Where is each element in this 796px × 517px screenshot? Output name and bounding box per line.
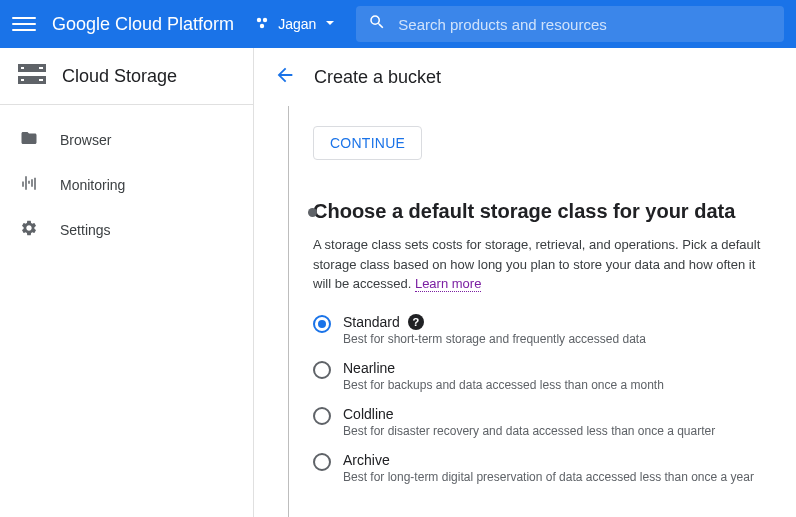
radio-icon — [313, 407, 331, 425]
section-description-text: A storage class sets costs for storage, … — [313, 237, 760, 291]
sidebar-item-settings[interactable]: Settings — [0, 207, 253, 252]
sidebar-item-label: Monitoring — [60, 177, 125, 193]
radio-hint: Best for long-term digital preservation … — [343, 470, 754, 484]
brand-suffix: Cloud Platform — [115, 14, 234, 34]
storage-class-radio-group: Standard ? Best for short-term storage a… — [313, 314, 776, 484]
monitoring-icon — [20, 174, 38, 195]
learn-more-link[interactable]: Learn more — [415, 276, 481, 292]
project-icon — [254, 15, 270, 34]
sidebar-item-label: Browser — [60, 132, 111, 148]
back-arrow-icon[interactable] — [274, 64, 296, 90]
section-description: A storage class sets costs for storage, … — [313, 235, 776, 294]
radio-hint: Best for short-term storage and frequent… — [343, 332, 646, 346]
sidebar-item-browser[interactable]: Browser — [0, 117, 253, 162]
search-icon — [368, 13, 386, 35]
brand-logo[interactable]: Google Cloud Platform — [52, 14, 234, 35]
sidebar: Cloud Storage Browser Monitoring Setting… — [0, 48, 254, 517]
search-input[interactable] — [398, 16, 772, 33]
page-title: Create a bucket — [314, 67, 441, 88]
sidebar-item-label: Settings — [60, 222, 111, 238]
svg-rect-8 — [39, 79, 43, 81]
radio-hint: Best for disaster recovery and data acce… — [343, 424, 715, 438]
continue-button-top[interactable]: CONTINUE — [313, 126, 422, 160]
project-name: Jagan — [278, 16, 316, 32]
main-panel: Create a bucket CONTINUE Choose a defaul… — [254, 48, 796, 517]
radio-option-nearline[interactable]: Nearline Best for backups and data acces… — [313, 360, 776, 392]
sidebar-nav: Browser Monitoring Settings — [0, 105, 253, 252]
radio-label: Standard — [343, 314, 400, 330]
top-bar: Google Cloud Platform Jagan — [0, 0, 796, 48]
chevron-down-icon — [324, 16, 336, 32]
svg-point-0 — [257, 17, 261, 21]
radio-option-coldline[interactable]: Coldline Best for disaster recovery and … — [313, 406, 776, 438]
browser-icon — [20, 129, 38, 150]
svg-rect-5 — [21, 67, 24, 69]
radio-hint: Best for backups and data accessed less … — [343, 378, 664, 392]
svg-rect-7 — [39, 67, 43, 69]
sidebar-header: Cloud Storage — [0, 48, 253, 105]
svg-point-2 — [260, 23, 264, 27]
hamburger-menu-icon[interactable] — [12, 12, 36, 36]
radio-label: Nearline — [343, 360, 395, 376]
sidebar-title: Cloud Storage — [62, 66, 177, 87]
cloud-storage-icon — [18, 62, 46, 90]
radio-label: Coldline — [343, 406, 394, 422]
radio-icon — [313, 315, 331, 333]
radio-option-standard[interactable]: Standard ? Best for short-term storage a… — [313, 314, 776, 346]
gear-icon — [20, 219, 38, 240]
svg-rect-6 — [21, 79, 24, 81]
svg-point-1 — [263, 17, 267, 21]
help-icon[interactable]: ? — [408, 314, 424, 330]
brand-prefix: Google — [52, 14, 110, 34]
radio-option-archive[interactable]: Archive Best for long-term digital prese… — [313, 452, 776, 484]
radio-icon — [313, 361, 331, 379]
step-bullet-icon — [308, 208, 317, 217]
storage-class-section: Choose a default storage class for your … — [313, 200, 776, 517]
search-bar[interactable] — [356, 6, 784, 42]
main-header: Create a bucket — [254, 48, 796, 106]
sidebar-item-monitoring[interactable]: Monitoring — [0, 162, 253, 207]
project-selector[interactable]: Jagan — [254, 15, 336, 34]
radio-label: Archive — [343, 452, 390, 468]
section-heading: Choose a default storage class for your … — [313, 200, 776, 223]
radio-icon — [313, 453, 331, 471]
